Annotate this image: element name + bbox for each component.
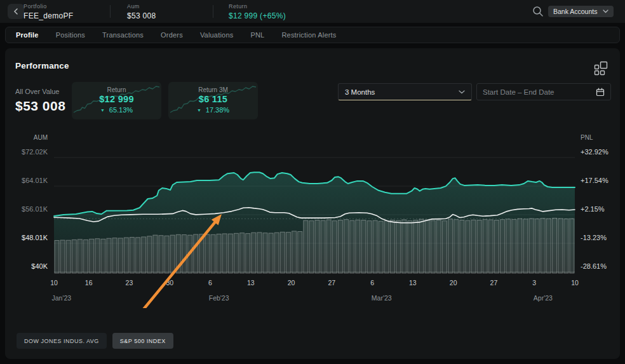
all-over-value-label: All Over Value [15, 88, 65, 95]
svg-text:6: 6 [208, 279, 212, 286]
svg-text:Jan'23: Jan'23 [52, 294, 72, 302]
calendar-icon [596, 88, 605, 97]
return-value: $12 999 (+65%) [229, 11, 286, 20]
svg-text:$48.01K: $48.01K [22, 234, 48, 241]
return-card-label: Return [72, 86, 161, 93]
divider [213, 5, 213, 18]
page-title: Performance [15, 61, 69, 71]
portfolio-field: Portfolio FEE_demoPF [24, 3, 73, 20]
svg-text:Feb'23: Feb'23 [209, 294, 229, 302]
layout-grid-button[interactable] [593, 60, 610, 77]
svg-text:27: 27 [328, 279, 335, 286]
benchmark-toggle-row: DOW JONES INDUS. AVG S&P 500 INDEX [17, 333, 173, 349]
divider [110, 5, 111, 18]
triangle-down-icon: ▼ [197, 108, 201, 112]
period-select-value: 3 Months [345, 88, 375, 96]
return-3m-card-change-value: 17.38% [206, 106, 229, 114]
svg-text:Mar'23: Mar'23 [372, 294, 392, 302]
portfolio-value: FEE_demoPF [24, 11, 73, 20]
svg-text:6: 6 [370, 279, 374, 286]
performance-panel: Performance All Over Value $53 008 Retur… [5, 48, 620, 359]
aum-label: Aum [127, 3, 156, 10]
all-over-value: All Over Value $53 008 [15, 88, 65, 114]
bank-accounts-value: Bank Accounts [553, 8, 597, 15]
svg-text:13: 13 [247, 279, 255, 286]
tab-profile[interactable]: Profile [16, 31, 39, 39]
svg-text:$56.01K: $56.01K [22, 205, 48, 213]
date-range-input[interactable]: Start Date – End Date [476, 83, 611, 100]
return-3m-card-change: ▼17.38% [168, 106, 258, 114]
chevron-down-icon [603, 10, 608, 13]
svg-text:16: 16 [85, 279, 93, 286]
period-select[interactable]: 3 Months [338, 83, 472, 100]
benchmark-sp500-button[interactable]: S&P 500 INDEX [112, 333, 173, 349]
svg-text:+32.92%: +32.92% [581, 148, 608, 156]
svg-text:10: 10 [571, 279, 579, 286]
svg-text:+2.15%: +2.15% [581, 205, 605, 213]
chevron-down-icon [459, 90, 465, 94]
svg-text:3: 3 [532, 279, 536, 286]
layout-grid-icon [593, 60, 608, 76]
svg-text:20: 20 [288, 279, 295, 286]
return-field: Return $12 999 (+65%) [229, 3, 286, 20]
chevron-left-icon [13, 8, 18, 15]
tab-valuations[interactable]: Valuations [200, 31, 234, 39]
performance-chart[interactable]: $72.02K+32.92%$64.01K+17.54%$56.01K+2.15… [15, 130, 610, 308]
svg-text:-28.61%: -28.61% [581, 262, 607, 270]
return-3m-card: Return 3M $6 115 ▼17.38% [168, 82, 258, 119]
svg-text:AUM: AUM [34, 134, 48, 141]
return-3m-card-label: Return 3M [168, 86, 258, 93]
svg-text:20: 20 [450, 279, 457, 286]
back-button[interactable] [8, 4, 24, 19]
tab-restriction-alerts[interactable]: Restriction Alerts [281, 31, 336, 39]
svg-text:+17.54%: +17.54% [581, 177, 608, 184]
tab-positions[interactable]: Positions [56, 31, 85, 39]
svg-text:-13.23%: -13.23% [581, 234, 607, 241]
svg-text:23: 23 [126, 279, 133, 286]
return-3m-card-value: $6 115 [168, 94, 258, 104]
return-label: Return [229, 3, 286, 10]
svg-text:$64.01K: $64.01K [22, 177, 48, 184]
tab-pnl[interactable]: PNL [250, 31, 264, 39]
svg-text:10: 10 [50, 279, 58, 286]
svg-text:PNL: PNL [581, 134, 593, 141]
search-icon [532, 6, 544, 17]
tab-orders[interactable]: Orders [161, 31, 183, 39]
triangle-down-icon: ▼ [100, 108, 105, 112]
return-card-value: $12 999 [72, 94, 161, 104]
benchmark-dow-jones-button[interactable]: DOW JONES INDUS. AVG [17, 333, 107, 349]
aum-value: $53 008 [127, 11, 156, 20]
date-range-placeholder: Start Date – End Date [483, 88, 554, 96]
portfolio-label: Portfolio [24, 3, 73, 10]
return-card-change-value: 65.13% [109, 106, 133, 114]
svg-text:$72.02K: $72.02K [22, 148, 48, 156]
all-over-value-amount: $53 008 [15, 98, 65, 114]
bank-accounts-select[interactable]: Bank Accounts [548, 6, 614, 17]
tab-bar: Profile Positions Transactions Orders Va… [5, 27, 620, 43]
tab-transactions[interactable]: Transactions [102, 31, 144, 39]
return-card: Return $12 999 ▼65.13% [72, 82, 161, 119]
svg-text:13: 13 [409, 279, 417, 286]
svg-text:$40K: $40K [31, 262, 48, 270]
svg-text:Apr'23: Apr'23 [534, 294, 553, 302]
search-button[interactable] [532, 6, 544, 17]
top-bar: Portfolio FEE_demoPF Aum $53 008 Return … [0, 0, 625, 23]
return-card-change: ▼65.13% [72, 106, 161, 114]
app-window: Portfolio FEE_demoPF Aum $53 008 Return … [0, 0, 625, 364]
aum-field: Aum $53 008 [127, 3, 156, 20]
svg-text:27: 27 [490, 279, 498, 286]
